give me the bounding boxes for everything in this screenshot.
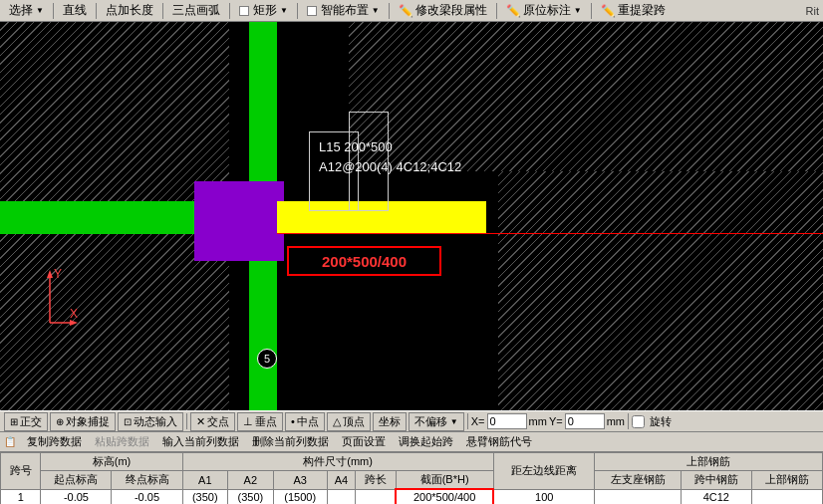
ortho-btn[interactable]: ⊞ 正交 [4,412,48,431]
th-left-rebar: 左支座钢筋 [595,471,681,490]
sep4 [229,3,230,19]
x-input[interactable] [487,413,527,429]
dynamic-btn[interactable]: ⊡ 动态输入 [118,412,183,431]
line-btn[interactable]: 直线 [58,0,92,21]
paste-span-btn[interactable]: 粘贴跨数据 [89,433,155,450]
cell-left-rebar[interactable] [595,489,681,504]
modify-icon: ✏️ [399,4,413,18]
coord-btn[interactable]: 坐标 [373,412,407,431]
sep5 [297,3,298,19]
section-label-text: 200*500/400 [322,253,407,270]
table-row: 1 -0.05 -0.05 (350) (350) (1500) 200*500… [1,489,823,504]
axis-svg: Y X [30,268,80,328]
smart-checkbox[interactable] [307,6,317,16]
copy-span-btn[interactable]: 复制跨数据 [21,433,88,450]
rect-checkbox[interactable] [239,6,249,16]
th-span-num: 跨号 [1,453,41,490]
label-icon: ✏️ [506,4,521,18]
y-input[interactable] [565,413,605,429]
hatch-bottomright [498,171,823,410]
no-offset-arrow: ▼ [450,417,458,426]
x-field: X= mm [471,413,547,429]
th-a1: A1 [182,471,228,490]
th-a4: A4 [327,471,356,490]
cell-row-num: 1 [1,489,41,504]
swap-span-btn[interactable]: 调换起始跨 [393,433,459,450]
dynamic-icon: ⊡ [124,416,132,427]
th-elevation: 标高(m) [41,453,182,471]
cell-a1[interactable]: (350) [182,489,228,504]
rotate-checkbox[interactable] [632,415,645,428]
th-span-len: 跨长 [356,471,396,490]
sep8 [591,3,592,19]
del-col-btn[interactable]: 删除当前列数据 [246,433,335,450]
status-sep2 [467,413,468,429]
status-sep1 [186,413,187,429]
rect-btn[interactable]: 矩形 ▼ [234,0,293,21]
label-dropdown-arrow: ▼ [574,6,582,15]
svg-text:Y: Y [54,268,62,281]
th-top-rebar2: 上部钢筋 [751,471,822,490]
cell-top-rebar[interactable] [751,489,822,504]
data-table: 跨号 标高(m) 构件尺寸(mm) 距左边线距离 上部钢筋 起点标高 终点标高 … [0,452,823,504]
th-end-elev: 终点标高 [112,471,182,490]
point-len-btn[interactable]: 点加长度 [101,0,158,21]
cell-span-len[interactable] [356,489,396,504]
top-toolbar: 选择 ▼ 直线 点加长度 三点画弧 矩形 ▼ 智能布置 ▼ ✏️ 修改梁段属性 … [0,0,823,22]
canvas-area: ▶ 200*500/400 L15 200*500 A12@200(4) 4C1… [0,22,823,410]
data-toolbar-icons: 📋 [4,436,16,447]
table-area: 跨号 标高(m) 构件尺寸(mm) 距左边线距离 上部钢筋 起点标高 终点标高 … [0,452,823,504]
status-sep3 [628,413,629,429]
arc-btn[interactable]: 三点画弧 [167,0,225,21]
perp-btn[interactable]: ⊥ 垂点 [237,412,283,431]
smart-dropdown-arrow: ▼ [372,6,380,15]
cell-start-elev[interactable]: -0.05 [41,489,112,504]
cell-a4[interactable] [327,489,356,504]
circle-marker-5: 5 [257,349,277,369]
sep3 [162,3,163,19]
select-dropdown-arrow: ▼ [36,6,44,15]
rotate-field: 旋转 [632,414,672,429]
mid-btn[interactable]: • 中点 [285,412,325,431]
th-start-elev: 起点标高 [41,471,112,490]
axis-container: Y X [30,268,80,331]
apex-btn[interactable]: △ 顶点 [327,412,371,431]
sep2 [96,3,97,19]
section-label-box: 200*500/400 [287,246,441,276]
hatch-topright [349,22,823,171]
snap-icon: ⊕ [56,416,64,427]
modify-props-btn[interactable]: ✏️ 修改梁段属性 [394,0,492,21]
input-col-btn[interactable]: 输入当前列数据 [156,433,245,450]
smart-layout-btn[interactable]: 智能布置 ▼ [302,0,385,21]
data-toolbar: 📋 复制跨数据 粘贴跨数据 输入当前列数据 删除当前列数据 页面设置 调换起始跨… [0,432,823,452]
cell-mid-rebar[interactable]: 4C12 [681,489,751,504]
y-field: Y= mm [549,413,625,429]
cantilever-btn[interactable]: 悬臂钢筋代号 [460,433,538,450]
snap-btn[interactable]: ⊕ 对象捕捉 [50,412,116,431]
svg-marker-1 [47,270,53,278]
rit-label: Rit [673,5,819,17]
apex-icon: △ [333,415,341,428]
th-mid-rebar: 跨中钢筋 [681,471,751,490]
x-icon: ✕ [196,415,205,428]
cell-section[interactable]: 200*500/400 [396,489,493,504]
select-btn[interactable]: 选择 ▼ [4,0,49,21]
perp-icon: ⊥ [243,415,253,428]
sep1 [53,3,54,19]
cell-a3[interactable]: (1500) [273,489,327,504]
no-offset-btn[interactable]: 不偏移 ▼ [409,412,464,431]
beam-label2: A12@200(4) 4C12;4C12 [319,159,461,174]
cell-end-elev[interactable]: -0.05 [112,489,182,504]
cell-a2[interactable]: (350) [228,489,274,504]
th-top-rebar: 上部钢筋 [595,453,823,471]
th-left-dist: 距左边线距离 [493,453,595,490]
cell-left-dist[interactable]: 100 [493,489,595,504]
page-setup-btn[interactable]: 页面设置 [336,433,392,450]
th-a2: A2 [228,471,274,490]
re-span-icon: ✏️ [601,4,616,18]
intersect-btn[interactable]: ✕ 交点 [190,412,235,431]
re-span-btn[interactable]: ✏️ 重提梁跨 [596,0,671,21]
label-btn[interactable]: ✏️ 原位标注 ▼ [501,0,587,21]
th-section: 截面(B*H) [396,471,493,490]
red-h-line [277,233,823,234]
